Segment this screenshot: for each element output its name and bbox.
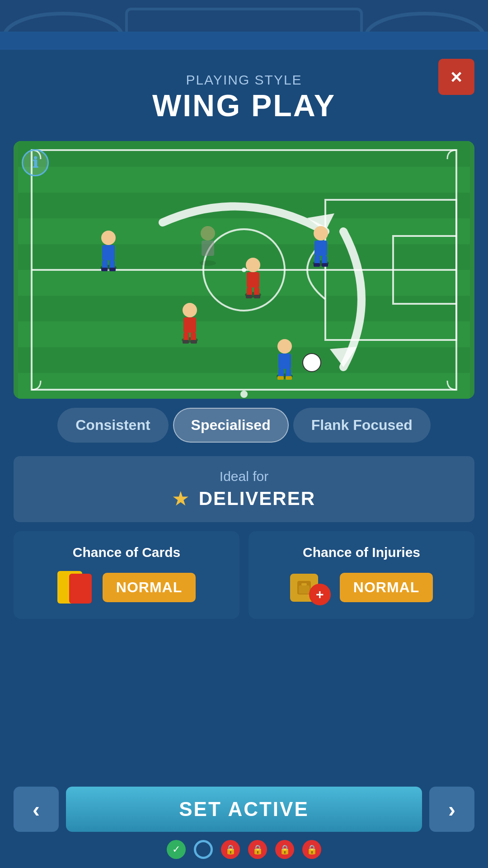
red-card [69, 574, 92, 604]
medical-cross: + [309, 584, 331, 605]
svg-rect-34 [278, 354, 291, 369]
injury-icon: + [290, 569, 331, 605]
cards-title: Chance of Cards [73, 545, 180, 560]
svg-point-21 [101, 231, 116, 245]
svg-rect-41 [247, 272, 259, 288]
svg-point-16 [242, 268, 246, 272]
svg-rect-27 [314, 241, 327, 256]
svg-rect-46 [254, 295, 260, 298]
svg-rect-0 [0, 0, 488, 50]
style-title: WING PLAY [14, 88, 474, 123]
svg-point-58 [201, 226, 215, 241]
dot-6[interactable]: 🔒 [302, 840, 321, 859]
dot-5[interactable]: 🔒 [275, 840, 294, 859]
svg-rect-31 [314, 263, 320, 267]
set-active-button[interactable]: SET ACTIVE [66, 787, 422, 832]
svg-rect-62 [299, 585, 310, 594]
check-icon: ✓ [172, 844, 180, 855]
stats-row: Chance of Cards NORMAL Chance of Injurie… [14, 531, 474, 619]
cards-level: NORMAL [103, 573, 196, 602]
cards-stat-box: Chance of Cards NORMAL [14, 531, 239, 619]
injuries-level: NORMAL [340, 573, 433, 602]
set-active-label: SET ACTIVE [179, 798, 309, 821]
svg-point-59 [240, 391, 248, 398]
bottom-navigation: ‹ SET ACTIVE › [14, 787, 474, 832]
svg-rect-39 [286, 376, 292, 380]
close-button[interactable]: × [438, 59, 474, 95]
svg-rect-52 [183, 340, 189, 344]
main-container: × PLAYING STYLE WING PLAY [0, 50, 488, 642]
ideal-for-label: Ideal for [27, 469, 461, 484]
next-button[interactable]: › [429, 787, 474, 832]
svg-point-49 [183, 303, 197, 317]
svg-point-28 [314, 226, 328, 241]
svg-rect-48 [183, 317, 196, 333]
info-button[interactable]: ℹ [22, 149, 49, 176]
svg-rect-25 [109, 268, 116, 271]
svg-rect-53 [191, 340, 197, 344]
svg-point-42 [246, 258, 260, 272]
injuries-content: + NORMAL [290, 569, 433, 605]
lock-icon-2: 🔒 [252, 844, 263, 855]
stadium-background [0, 0, 488, 50]
ideal-for-box: Ideal for ★ DELIVERER [14, 456, 474, 522]
svg-rect-20 [102, 245, 115, 260]
style-tabs: Consistent Specialised Flank Focused [14, 408, 474, 443]
svg-rect-8 [18, 244, 470, 270]
prev-button[interactable]: ‹ [14, 787, 59, 832]
svg-rect-45 [246, 295, 252, 298]
info-icon: ℹ [33, 154, 38, 171]
svg-rect-38 [277, 376, 284, 380]
svg-rect-61 [301, 583, 307, 585]
svg-rect-6 [18, 141, 470, 167]
tab-consistent[interactable]: Consistent [57, 408, 168, 443]
tab-specialised[interactable]: Specialised [173, 408, 289, 443]
svg-point-56 [200, 260, 216, 266]
header: PLAYING STYLE WING PLAY [14, 59, 474, 132]
cards-content: NORMAL [57, 569, 196, 605]
svg-rect-24 [101, 268, 108, 271]
star-icon: ★ [173, 490, 189, 509]
lock-icon-1: 🔒 [225, 844, 236, 855]
page-dots: ✓ 🔒 🔒 🔒 🔒 [0, 840, 488, 859]
svg-rect-32 [322, 263, 328, 267]
ideal-for-value: ★ DELIVERER [27, 488, 461, 509]
svg-rect-4 [0, 41, 488, 50]
tab-flank-focused[interactable]: Flank Focused [293, 408, 431, 443]
dot-4[interactable]: 🔒 [248, 840, 267, 859]
svg-point-35 [277, 339, 292, 354]
playing-style-label: PLAYING STYLE [14, 72, 474, 88]
prev-arrow-icon: ‹ [33, 797, 40, 822]
svg-rect-10 [18, 347, 470, 373]
svg-rect-9 [18, 296, 470, 321]
lock-icon-4: 🔒 [306, 844, 318, 855]
lock-icon-3: 🔒 [279, 844, 291, 855]
field-display: ℹ [14, 141, 474, 399]
cards-icon [57, 569, 94, 605]
close-icon: × [450, 67, 462, 87]
svg-rect-57 [202, 241, 214, 256]
injuries-stat-box: Chance of Injuries + NORMAL [249, 531, 474, 619]
dot-1[interactable]: ✓ [167, 840, 186, 859]
dot-3[interactable]: 🔒 [221, 840, 240, 859]
next-arrow-icon: › [448, 797, 455, 822]
injuries-title: Chance of Injuries [303, 545, 420, 560]
dot-2[interactable] [194, 840, 213, 859]
